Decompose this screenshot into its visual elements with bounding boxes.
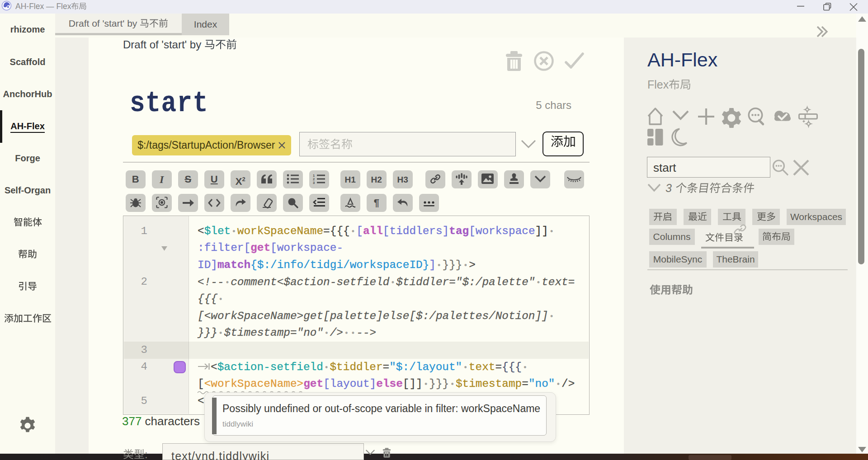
svg-text:3: 3 bbox=[313, 181, 315, 185]
